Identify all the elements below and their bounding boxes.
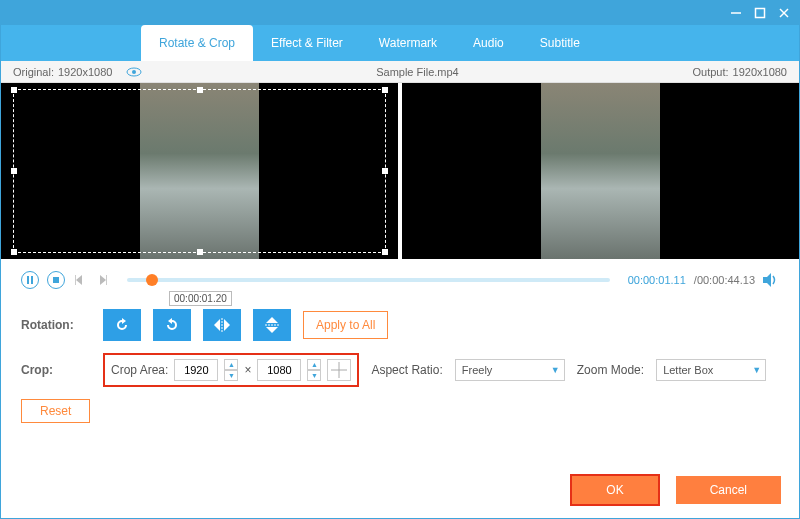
video-thumb-right (541, 83, 660, 259)
minimize-icon[interactable] (729, 6, 743, 20)
crop-handle-ml[interactable] (11, 168, 17, 174)
tab-rotate-crop[interactable]: Rotate & Crop (141, 25, 253, 61)
crop-width-input[interactable] (174, 359, 218, 381)
crop-section: Crop: Crop Area: ▲▼ × ▲▼ Aspect Ratio: F… (1, 349, 799, 395)
playback-controls: 00:00:01.11/00:00:44.13 00:00:01.20 (1, 259, 799, 301)
playhead[interactable] (146, 274, 158, 286)
svg-rect-1 (756, 9, 765, 18)
maximize-icon[interactable] (753, 6, 767, 20)
close-icon[interactable] (777, 6, 791, 20)
crop-width-spinner[interactable]: ▲▼ (224, 359, 238, 381)
crop-label: Crop: (21, 363, 91, 377)
crop-area-label: Crop Area: (111, 363, 168, 377)
time-total: /00:00:44.13 (694, 274, 755, 286)
crop-handle-tl[interactable] (11, 87, 17, 93)
crop-frame[interactable] (13, 89, 386, 253)
rotation-label: Rotation: (21, 318, 91, 332)
crop-height-input[interactable] (257, 359, 301, 381)
time-tooltip: 00:00:01.20 (169, 291, 232, 306)
tab-effect-filter[interactable]: Effect & Filter (253, 25, 361, 61)
preview-eye-icon[interactable] (126, 67, 142, 77)
preview-output (402, 83, 799, 259)
preview-row (1, 83, 799, 259)
filename: Sample File.mp4 (376, 66, 459, 78)
crop-height-spinner[interactable]: ▲▼ (307, 359, 321, 381)
crop-handle-tm[interactable] (197, 87, 203, 93)
output-resolution: 1920x1080 (733, 66, 787, 78)
pause-button[interactable] (21, 271, 39, 289)
tab-audio[interactable]: Audio (455, 25, 522, 61)
aspect-ratio-select[interactable]: Freely▼ (455, 359, 565, 381)
cancel-button[interactable]: Cancel (676, 476, 781, 504)
titlebar (1, 1, 799, 25)
editor-window: Rotate & Crop Effect & Filter Watermark … (0, 0, 800, 519)
preview-original[interactable] (1, 83, 402, 259)
crop-handle-bm[interactable] (197, 249, 203, 255)
tab-watermark[interactable]: Watermark (361, 25, 455, 61)
crop-handle-mr[interactable] (382, 168, 388, 174)
footer: OK Cancel (570, 474, 781, 506)
flip-horizontal-button[interactable] (203, 309, 241, 341)
chevron-down-icon[interactable]: ▼ (307, 370, 321, 381)
infobar: Original: 1920x1080 Sample File.mp4 Outp… (1, 61, 799, 83)
crop-handle-bl[interactable] (11, 249, 17, 255)
crop-area-highlight: Crop Area: ▲▼ × ▲▼ (103, 353, 359, 387)
stop-button[interactable] (47, 271, 65, 289)
rotation-section: Rotation: Apply to All (1, 301, 799, 349)
crop-handle-tr[interactable] (382, 87, 388, 93)
timeline[interactable] (127, 278, 610, 282)
svg-marker-13 (763, 273, 771, 287)
crop-handle-br[interactable] (382, 249, 388, 255)
original-label: Original: (13, 66, 54, 78)
rotate-cw-button[interactable] (153, 309, 191, 341)
tabbar: Rotate & Crop Effect & Filter Watermark … (1, 25, 799, 61)
svg-marker-17 (266, 317, 278, 323)
chevron-down-icon: ▼ (551, 365, 560, 375)
svg-marker-15 (224, 319, 230, 331)
chevron-down-icon[interactable]: ▼ (224, 370, 238, 381)
original-resolution: 1920x1080 (58, 66, 112, 78)
flip-vertical-button[interactable] (253, 309, 291, 341)
crop-position-icon[interactable] (327, 359, 351, 381)
next-frame-button[interactable] (95, 273, 109, 287)
svg-point-5 (132, 70, 136, 74)
volume-icon[interactable] (763, 273, 779, 287)
apply-to-all-button[interactable]: Apply to All (303, 311, 388, 339)
crop-x-separator: × (244, 363, 251, 377)
svg-rect-8 (53, 277, 59, 283)
aspect-ratio-label: Aspect Ratio: (371, 363, 442, 377)
ok-button[interactable]: OK (570, 474, 659, 506)
svg-marker-18 (266, 327, 278, 333)
prev-frame-button[interactable] (73, 273, 87, 287)
zoom-mode-value: Letter Box (663, 364, 713, 376)
chevron-down-icon: ▼ (752, 365, 761, 375)
chevron-up-icon[interactable]: ▲ (224, 359, 238, 370)
zoom-mode-select[interactable]: Letter Box▼ (656, 359, 766, 381)
svg-marker-11 (100, 275, 106, 285)
svg-marker-14 (214, 319, 220, 331)
tab-subtitle[interactable]: Subtitle (522, 25, 598, 61)
zoom-mode-label: Zoom Mode: (577, 363, 644, 377)
reset-button[interactable]: Reset (21, 399, 90, 423)
output-label: Output: (692, 66, 728, 78)
rotate-ccw-button[interactable] (103, 309, 141, 341)
chevron-up-icon[interactable]: ▲ (307, 359, 321, 370)
svg-marker-9 (76, 275, 82, 285)
time-current: 00:00:01.11 (628, 274, 686, 286)
aspect-ratio-value: Freely (462, 364, 493, 376)
